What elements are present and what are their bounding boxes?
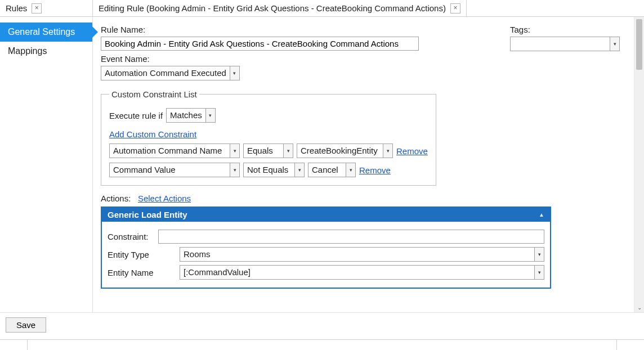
constraint-field-select[interactable]: Command Value ▾ (109, 163, 240, 177)
save-button[interactable]: Save (6, 317, 46, 333)
action-panel-title: Generic Load Entity (108, 210, 187, 219)
constraint-remove-link[interactable]: Remove (359, 165, 391, 175)
execute-mode-select[interactable]: Matches ▾ (166, 108, 216, 123)
sidebar: General Settings Mappings (0, 17, 93, 312)
rule-name-label: Rule Name: (101, 25, 499, 34)
add-custom-constraint-link[interactable]: Add Custom Constraint (109, 129, 196, 139)
scrollbar-thumb[interactable] (636, 19, 642, 70)
constraint-operator-select[interactable]: Equals ▾ (243, 143, 293, 158)
action-constraint-input[interactable] (158, 230, 544, 244)
close-icon[interactable]: × (450, 3, 460, 14)
bottom-bar: Save (0, 312, 644, 339)
chevron-down-icon[interactable]: ▾ (205, 109, 215, 122)
constraint-field-select[interactable]: Automation Command Name ▾ (109, 143, 240, 158)
event-name-value: Automation Command Executed (101, 66, 230, 80)
constraint-row: Automation Command Name ▾ Equals ▾ Creat… (109, 143, 428, 158)
select-actions-link[interactable]: Select Actions (138, 194, 191, 203)
action-entity-name-select[interactable]: [:CommandValue] ▾ (180, 265, 544, 280)
tab-bar: Rules × Editing Rule (Booking Admin - En… (0, 0, 644, 17)
constraint-value-select[interactable]: CreateBookingEntity ▾ (297, 143, 393, 158)
sidebar-item-label: General Settings (8, 27, 75, 37)
chevron-down-icon[interactable]: ▾ (230, 144, 239, 158)
constraint-remove-link[interactable]: Remove (396, 146, 428, 156)
chevron-down-icon[interactable]: ▾ (610, 37, 619, 51)
chevron-down-icon[interactable]: ▾ (534, 266, 544, 279)
chevron-down-icon[interactable]: ▾ (383, 144, 392, 158)
tab-editing-rule[interactable]: Editing Rule (Booking Admin - Entity Gri… (93, 0, 467, 17)
action-panel: Generic Load Entity ▲ Constraint: Entity… (101, 207, 551, 289)
action-entity-type-select[interactable]: Rooms ▾ (180, 247, 544, 262)
constraint-row: Command Value ▾ Not Equals ▾ Cancel ▾ Re… (109, 163, 428, 177)
main-content: Rule Name: Event Name: Automation Comman… (93, 17, 634, 312)
action-constraint-label: Constraint: (108, 232, 156, 241)
chevron-down-icon[interactable]: ▾ (230, 66, 239, 80)
tab-rules[interactable]: Rules × (0, 0, 93, 17)
status-bar (0, 339, 644, 350)
status-cell (28, 340, 617, 350)
tab-rules-label: Rules (6, 3, 27, 13)
event-name-label: Event Name: (101, 54, 499, 64)
chevron-down-icon[interactable]: ▾ (294, 163, 304, 177)
action-entity-type-label: Entity Type (108, 250, 180, 259)
chevron-down-icon[interactable]: ▾ (230, 163, 239, 177)
tags-select[interactable]: ▾ (510, 37, 620, 51)
collapse-icon[interactable]: ▲ (539, 212, 544, 218)
status-cell (617, 340, 644, 350)
chevron-down-icon[interactable]: ▾ (534, 248, 544, 261)
constraint-value-select[interactable]: Cancel ▾ (308, 163, 356, 177)
rule-name-input[interactable] (101, 37, 419, 51)
execute-rule-if-label: Execute rule if (109, 111, 163, 120)
close-icon[interactable]: × (32, 3, 42, 14)
status-cell (0, 340, 28, 350)
tab-editing-label: Editing Rule (Booking Admin - Entity Gri… (99, 3, 446, 13)
chevron-down-icon[interactable]: ⌄ (634, 304, 644, 312)
sidebar-item-general-settings[interactable]: General Settings (0, 23, 92, 42)
custom-constraint-group: Custom Constraint List Execute rule if M… (101, 89, 436, 186)
execute-mode-value: Matches (167, 109, 205, 122)
tags-label: Tags: (510, 25, 623, 34)
sidebar-item-mappings[interactable]: Mappings (0, 42, 92, 61)
chevron-down-icon[interactable]: ▾ (346, 163, 355, 177)
sidebar-item-label: Mappings (8, 46, 47, 56)
tags-value (511, 37, 610, 51)
chevron-down-icon[interactable]: ▾ (283, 144, 293, 158)
event-name-select[interactable]: Automation Command Executed ▾ (101, 66, 240, 80)
action-panel-header[interactable]: Generic Load Entity ▲ (102, 208, 550, 222)
actions-label: Actions: (101, 194, 131, 203)
action-entity-name-label: Entity Name (108, 268, 180, 277)
vertical-scrollbar[interactable]: ⌄ (634, 17, 644, 312)
constraint-legend: Custom Constraint List (109, 89, 199, 99)
constraint-operator-select[interactable]: Not Equals ▾ (243, 163, 305, 177)
